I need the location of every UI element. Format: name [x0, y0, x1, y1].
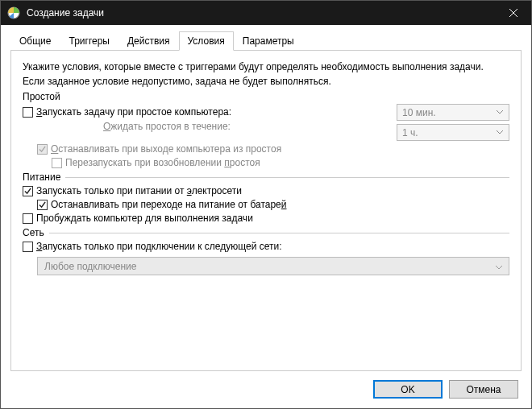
power-group-label: Питание — [23, 171, 509, 183]
network-only-checkbox[interactable] — [23, 242, 33, 252]
tabstrip: Общие Триггеры Действия Условия Параметр… — [10, 31, 522, 51]
power-wake-checkbox[interactable] — [23, 213, 33, 224]
chevron-down-icon — [496, 110, 504, 114]
network-only-label: Запускать только при подключении к следу… — [36, 241, 282, 252]
power-battery-label: Останавливать при переходе на питание от… — [51, 199, 287, 210]
power-ac-label: Запускать только при питании от электрос… — [36, 185, 242, 196]
dialog-footer: OK Отмена — [373, 380, 518, 399]
titlebar: Создание задачи — [1, 1, 531, 25]
idle-duration-combo[interactable]: 10 мин. — [397, 104, 509, 121]
tab-general[interactable]: Общие — [10, 31, 60, 51]
content-area: Общие Триггеры Действия Условия Параметр… — [1, 25, 531, 371]
power-ac-checkbox[interactable] — [23, 186, 33, 196]
conditions-panel: Укажите условия, которые вместе с тригге… — [10, 51, 522, 371]
description-line-2: Если заданное условие недопустимо, задач… — [23, 75, 509, 88]
idle-stop-label: Останавливать при выходе компьютера из п… — [51, 143, 281, 155]
tab-actions[interactable]: Действия — [118, 31, 179, 51]
idle-wait-combo[interactable]: 1 ч. — [397, 124, 509, 141]
idle-start-checkbox[interactable] — [23, 107, 33, 118]
tab-conditions[interactable]: Условия — [179, 31, 234, 51]
ok-button[interactable]: OK — [373, 380, 443, 399]
idle-restart-checkbox — [52, 158, 62, 168]
checkmark-icon — [39, 146, 46, 153]
cancel-button[interactable]: Отмена — [449, 380, 518, 399]
close-icon — [509, 9, 517, 17]
network-combo[interactable]: Любое подключение — [37, 257, 509, 275]
task-scheduler-icon — [7, 6, 20, 19]
close-button[interactable] — [495, 1, 531, 25]
window-title: Создание задачи — [27, 7, 495, 19]
idle-start-label: Запускать задачу при простое компьютера: — [36, 106, 231, 118]
tab-settings[interactable]: Параметры — [234, 31, 303, 51]
power-wake-label: Пробуждать компьютер для выполнения зада… — [36, 213, 253, 224]
idle-restart-label: Перезапускать при возобновлении простоя — [65, 157, 260, 168]
description-line-1: Укажите условия, которые вместе с тригге… — [23, 60, 509, 73]
task-create-dialog: Создание задачи Общие Триггеры Действия … — [0, 0, 532, 409]
idle-wait-label: Ожидать простоя в течение: — [103, 121, 231, 132]
idle-group-label: Простой — [23, 91, 509, 102]
chevron-down-icon — [496, 261, 502, 272]
checkmark-icon — [24, 188, 31, 195]
idle-stop-checkbox — [37, 144, 48, 155]
chevron-down-icon — [496, 130, 504, 134]
idle-duration-value: 10 мин. — [402, 107, 436, 118]
tab-triggers[interactable]: Триггеры — [60, 31, 118, 51]
idle-wait-value: 1 ч. — [402, 127, 418, 138]
network-combo-value: Любое подключение — [44, 261, 136, 272]
checkmark-icon — [39, 201, 46, 209]
power-battery-checkbox[interactable] — [37, 200, 48, 210]
network-group-label: Сеть — [23, 227, 509, 238]
